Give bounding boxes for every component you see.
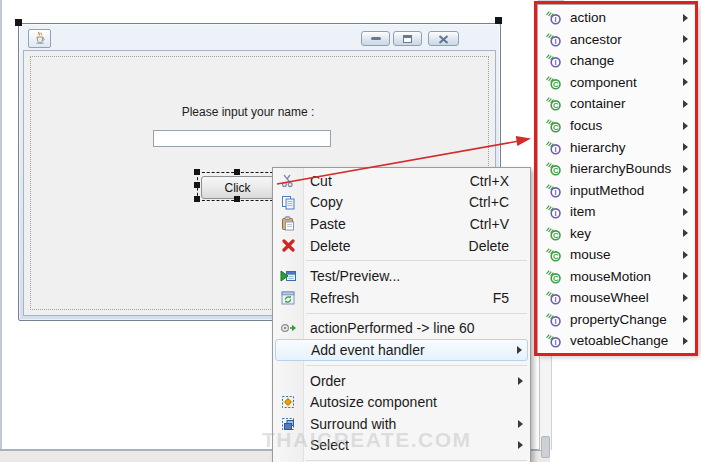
menu-item-copy[interactable]: CopyCtrl+C	[273, 192, 530, 214]
event-item-mousemotion[interactable]: CmouseMotion	[538, 266, 696, 288]
test-preview-icon	[273, 269, 303, 283]
menu-item-shortcut: F5	[493, 290, 514, 306]
menu-item-label: Surround with	[303, 416, 509, 432]
svg-text:C: C	[553, 102, 559, 111]
minimize-icon	[371, 37, 381, 40]
menu-item-shortcut: Delete	[469, 238, 514, 254]
selection-handle[interactable]	[194, 169, 200, 175]
submenu-arrow-icon	[679, 251, 692, 259]
event-item-label: hierarchyBounds	[565, 161, 679, 176]
menu-item-label: Order	[303, 373, 509, 389]
event-item-label: hierarchy	[565, 140, 679, 155]
menu-item-surround-with[interactable]: Surround with	[273, 413, 530, 435]
menu-item-delete[interactable]: DeleteDelete	[273, 235, 530, 257]
frame-resize-handle[interactable]	[495, 17, 502, 24]
event-item-hierarchybounds[interactable]: ChierarchyBounds	[538, 158, 696, 180]
event-item-label: key	[565, 226, 679, 241]
submenu-arrow-icon	[679, 208, 692, 216]
event-item-label: ancestor	[565, 32, 679, 47]
interface-listener-icon: I	[545, 140, 565, 155]
window-menu-button[interactable]	[28, 29, 51, 48]
svg-text:I: I	[555, 37, 557, 46]
svg-text:C: C	[553, 166, 559, 175]
menu-item-label: Add event handler	[304, 342, 508, 358]
svg-text:C: C	[553, 231, 559, 240]
refresh-icon	[273, 291, 303, 305]
menu-item-cut[interactable]: CutCtrl+X	[273, 170, 530, 192]
event-item-change[interactable]: Ichange	[538, 50, 696, 72]
event-item-action[interactable]: Iaction	[538, 7, 696, 29]
frame-resize-handle[interactable]	[15, 19, 22, 26]
svg-text:I: I	[555, 296, 557, 305]
menu-item-autosize-component[interactable]: Autosize component	[273, 391, 530, 413]
event-item-label: propertyChange	[565, 312, 679, 327]
paste-icon	[273, 216, 303, 231]
event-item-label: mouse	[565, 247, 679, 262]
surround-icon	[273, 417, 303, 431]
selection-handle[interactable]	[234, 196, 240, 202]
menu-item-paste[interactable]: PasteCtrl+V	[273, 213, 530, 235]
menu-item-label: Cut	[303, 173, 470, 189]
event-item-inputmethod[interactable]: IinputMethod	[538, 179, 696, 201]
event-item-mousewheel[interactable]: ImouseWheel	[538, 287, 696, 309]
interface-listener-icon: I	[545, 32, 565, 47]
menu-item-select[interactable]: Select	[273, 435, 530, 457]
interface-listener-icon: I	[545, 333, 565, 348]
context-menu: CutCtrl+XCopyCtrl+CPasteCtrl+VDeleteDele…	[272, 167, 531, 462]
event-item-key[interactable]: Ckey	[538, 222, 696, 244]
event-item-label: vetoableChange	[565, 333, 679, 348]
selection-handle[interactable]	[194, 196, 200, 202]
event-item-focus[interactable]: Cfocus	[538, 115, 696, 137]
menu-separator	[273, 309, 530, 318]
event-item-label: change	[565, 53, 679, 68]
event-item-mouse[interactable]: Cmouse	[538, 244, 696, 266]
menu-separator	[273, 456, 530, 462]
event-item-component[interactable]: Ccomponent	[538, 72, 696, 94]
submenu-arrow-icon	[679, 78, 692, 86]
name-text-field[interactable]	[153, 130, 331, 147]
event-item-label: inputMethod	[565, 183, 679, 198]
vertical-scrollbar-thumb[interactable]	[541, 436, 550, 458]
menu-item-order[interactable]: Order	[273, 370, 530, 392]
menu-item-label: Autosize component	[303, 394, 509, 410]
svg-text:I: I	[555, 188, 557, 197]
menu-item-actionperformed-line-60[interactable]: actionPerformed -> line 60	[273, 318, 530, 340]
copy-icon	[273, 195, 303, 210]
selection-handle[interactable]	[234, 169, 240, 175]
svg-text:I: I	[555, 15, 557, 24]
event-item-item[interactable]: Iitem	[538, 201, 696, 223]
menu-item-refresh[interactable]: RefreshF5	[273, 287, 530, 309]
submenu-arrow-icon	[679, 143, 692, 151]
svg-text:C: C	[553, 80, 559, 89]
svg-text:C: C	[553, 252, 559, 261]
submenu-arrow-icon	[679, 315, 692, 323]
interface-listener-icon: I	[545, 10, 565, 25]
submenu-arrow-icon	[679, 100, 692, 108]
minimize-button[interactable]	[361, 31, 390, 46]
event-item-label: mouseWheel	[565, 290, 679, 305]
event-item-ancestor[interactable]: Iancestor	[538, 29, 696, 51]
interface-listener-icon: I	[545, 204, 565, 219]
svg-text:I: I	[555, 145, 557, 154]
submenu-arrow-icon	[679, 294, 692, 302]
svg-text:I: I	[555, 59, 557, 68]
event-item-label: container	[565, 96, 679, 111]
svg-text:C: C	[553, 274, 559, 283]
close-button[interactable]	[428, 31, 459, 46]
event-item-container[interactable]: Ccontainer	[538, 93, 696, 115]
event-submenu: IactionIancestorIchangeCcomponentCcontai…	[537, 4, 697, 354]
event-item-label: item	[565, 204, 679, 219]
event-item-propertychange[interactable]: IpropertyChange	[538, 309, 696, 331]
svg-text:C: C	[553, 123, 559, 132]
menu-item-test-preview[interactable]: Test/Preview...	[273, 265, 530, 287]
menu-item-shortcut: Ctrl+X	[470, 173, 514, 189]
maximize-button[interactable]	[393, 31, 422, 46]
event-item-hierarchy[interactable]: Ihierarchy	[538, 136, 696, 158]
cut-icon	[273, 174, 303, 188]
action-performed-icon	[273, 322, 303, 334]
class-listener-icon: C	[545, 75, 565, 90]
submenu-arrow-icon	[679, 229, 692, 237]
selection-handle[interactable]	[194, 182, 200, 188]
event-item-vetoablechange[interactable]: IvetoableChange	[538, 330, 696, 352]
menu-item-add-event-handler[interactable]: Add event handler	[275, 339, 528, 361]
